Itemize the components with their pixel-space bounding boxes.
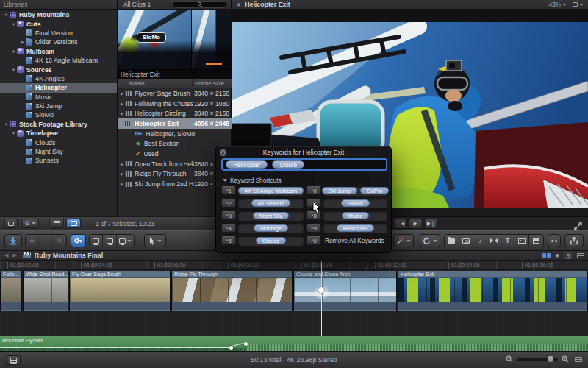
shortcut-key[interactable]: ^0: [306, 236, 321, 245]
sidebar-item-final-version[interactable]: Final Version: [0, 29, 117, 38]
timeline-ruler[interactable]: 01:00:02:00 01:00:04:00 01:00:06:00 01:0…: [0, 261, 588, 270]
timeline-clip[interactable]: Wide Shot Road...: [23, 271, 68, 311]
disclosure-closed-icon[interactable]: ▶: [119, 91, 125, 96]
tool-selector-button[interactable]: [144, 234, 166, 247]
keyword-subrow[interactable]: Helicopter, SloMo: [118, 129, 232, 139]
timeline-clip[interactable]: Ridge Fly Through: [171, 271, 293, 311]
zoom-slider[interactable]: [517, 358, 558, 361]
keyword-editor-button[interactable]: [71, 234, 86, 247]
shortcut-key[interactable]: ^5: [221, 236, 236, 245]
volume-keyframe[interactable]: [229, 346, 233, 350]
sidebar-item-timelapse[interactable]: ▼Timelapse: [0, 129, 117, 138]
sidebar-item-slomo[interactable]: SloMo: [0, 110, 117, 119]
shortcut-field[interactable]: Clouds: [238, 236, 304, 246]
shortcut-field[interactable]: 4K Selects: [238, 199, 304, 208]
remove-all-keywords-label[interactable]: Remove All Keywords: [325, 236, 384, 246]
audio-skimming-toggle[interactable]: ◆: [556, 252, 559, 258]
timeline-index-button[interactable]: [6, 355, 21, 365]
reject-tool-button[interactable]: ✕: [53, 235, 66, 247]
disclosure-closed-icon[interactable]: ▶: [119, 171, 125, 176]
sidebar-item-ruby-mountains[interactable]: ▼Ruby Mountains: [0, 10, 117, 19]
project-title[interactable]: Ruby Mountains Final: [35, 252, 104, 259]
shortcut-key[interactable]: ^2: [221, 199, 236, 208]
disclosure-closed-icon[interactable]: ▶: [119, 182, 125, 186]
timeline-clip[interactable]: Helicopter Exit: [398, 271, 588, 311]
shortcut-field[interactable]: 4K 16 Angle Multicam: [238, 186, 304, 196]
shortcut-key[interactable]: ^6: [306, 186, 321, 195]
snapping-toggle[interactable]: S: [564, 252, 572, 259]
playhead[interactable]: [321, 261, 322, 336]
history-back-button[interactable]: ◀: [4, 252, 8, 258]
shortcut-field[interactable]: Night Sky: [238, 211, 304, 221]
clip-row[interactable]: ▶Helicopter Circling3840 × 2160: [118, 108, 232, 118]
viewer-display-options[interactable]: [573, 2, 584, 7]
shortcut-key[interactable]: ^9: [306, 224, 321, 233]
sidebar-item-ski-jump[interactable]: Ski Jump: [0, 102, 117, 110]
transitions-browser-button[interactable]: [487, 235, 501, 247]
effects-browser-button[interactable]: [445, 235, 459, 247]
disclosure-open-icon[interactable]: ▼: [119, 121, 125, 126]
sidebar-item-sources[interactable]: ▼Sources: [0, 65, 117, 74]
shortcut-key[interactable]: ^4: [221, 224, 236, 233]
disclosure-open-icon[interactable]: ▼: [3, 13, 10, 17]
background-tasks-button[interactable]: [548, 234, 561, 247]
volume-keyframe[interactable]: [244, 342, 248, 346]
disclosure-open-icon[interactable]: ▼: [10, 22, 17, 26]
clip-appearance-button[interactable]: [575, 357, 582, 362]
favorite-subrow[interactable]: ★Best Section: [118, 138, 232, 149]
clip-row[interactable]: ▶Open Truck from Heli3840 × 2160: [118, 159, 232, 169]
themes-browser-button[interactable]: [529, 235, 543, 247]
disclosure-open-icon[interactable]: ▼: [10, 49, 17, 54]
skimming-toggle[interactable]: [542, 253, 551, 258]
clip-row[interactable]: ▶Flyover Sage Brush3840 × 2160: [118, 88, 232, 99]
volume-line[interactable]: [246, 344, 588, 344]
sidebar-item-music[interactable]: Music: [0, 93, 117, 102]
clip-row[interactable]: ▶Following the Chutes1920 × 1080: [118, 99, 232, 109]
shortcut-field[interactable]: Music: [323, 211, 387, 221]
shortcut-key[interactable]: ^3: [221, 211, 236, 220]
timeline-clip[interactable]: Clouds and Stone Arch: [293, 271, 397, 311]
shortcut-key[interactable]: ^1: [221, 186, 236, 195]
clip-filmstrip-preview[interactable]: SloMo: [118, 10, 232, 69]
disclosure-closed-icon[interactable]: ▶: [119, 111, 125, 116]
enhancements-button[interactable]: [393, 234, 414, 247]
sidebar-item-older-versions[interactable]: ▶Older Versions: [0, 38, 117, 46]
playhead-handle[interactable]: [318, 287, 324, 293]
search-field[interactable]: [172, 1, 228, 8]
history-forward-button[interactable]: ▶: [12, 252, 16, 258]
disclosure-closed-icon[interactable]: ▶: [19, 40, 26, 44]
sidebar-item-4k-16-angle-multicam[interactable]: 4K 16 Angle Multicam: [0, 56, 117, 65]
keyword-token-field[interactable]: Helicopter SloMo: [221, 158, 387, 171]
photos-browser-button[interactable]: [459, 235, 474, 247]
sidebar-item-cuts[interactable]: ▼Cuts: [0, 19, 117, 28]
viewer-zoom-popup[interactable]: 43%: [548, 1, 567, 8]
disclosure-closed-icon[interactable]: ▶: [119, 162, 125, 166]
music-browser-button[interactable]: ♪: [473, 235, 487, 247]
keyword-shortcuts-disclosure[interactable]: Keyword Shortcuts: [223, 177, 282, 184]
zoom-slider-thumb[interactable]: [548, 356, 553, 362]
shortcut-field[interactable]: Ski JumpGoPro: [323, 186, 387, 196]
share-button[interactable]: [564, 234, 584, 247]
list-view-button[interactable]: [49, 219, 64, 228]
previous-frame-button[interactable]: ❘◀: [393, 219, 407, 229]
disclosure-closed-icon[interactable]: ▶: [119, 102, 125, 106]
insert-edit-button[interactable]: [103, 235, 116, 247]
disclosure-open-icon[interactable]: ▼: [3, 122, 10, 127]
clip-row[interactable]: ▶Ski Jump from 2nd Heli1920 × 1080: [118, 179, 232, 189]
shortcut-field[interactable]: SloMo: [323, 199, 387, 208]
filmstrip-duration-button[interactable]: [4, 219, 18, 228]
sidebar-item-multicam[interactable]: ▼Multicam: [0, 47, 117, 56]
browser-settings-button[interactable]: ⚙: [21, 219, 39, 228]
sidebar-item-stock-footage-library[interactable]: ▼Stock Footage Library: [0, 120, 117, 129]
sidebar-item-clouds[interactable]: Clouds: [0, 138, 117, 146]
keyword-token[interactable]: Helicopter: [226, 160, 268, 169]
clip-filter-popup[interactable]: All Clips: [123, 1, 151, 8]
generators-browser-button[interactable]: [515, 235, 530, 247]
retime-button[interactable]: [420, 234, 440, 247]
favorite-tool-button[interactable]: ★: [26, 235, 39, 247]
clip-appearance-toggle[interactable]: [577, 253, 584, 258]
zoom-in-icon[interactable]: [562, 355, 569, 363]
keyword-token[interactable]: SloMo: [272, 160, 304, 169]
shortcut-field[interactable]: Montage: [238, 224, 304, 233]
sidebar-item-night-sky[interactable]: Night Sky: [0, 147, 117, 156]
